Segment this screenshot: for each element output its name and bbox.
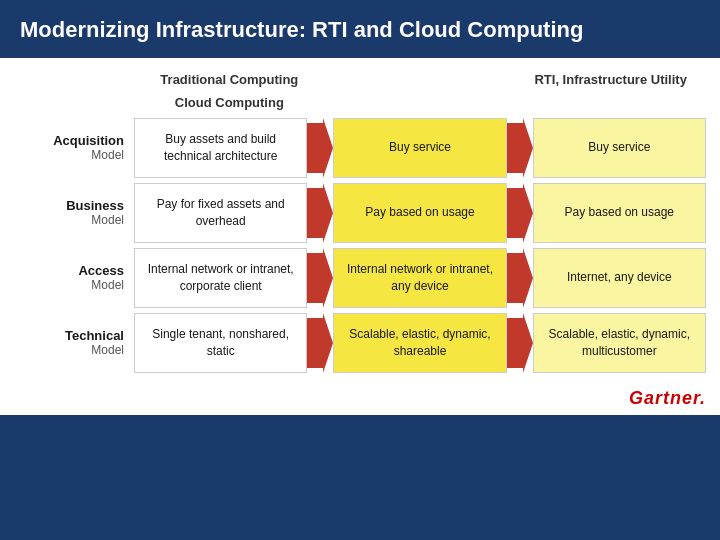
arrow-3 — [307, 183, 333, 243]
svg-marker-1 — [507, 118, 533, 178]
gartner-logo: Gartner. — [629, 388, 706, 409]
arrow-4 — [507, 183, 533, 243]
header-empty — [14, 68, 134, 91]
cell-acc-traditional: Internal network or intranet, corporate … — [134, 248, 307, 308]
svg-marker-2 — [307, 183, 333, 243]
column-headers: Traditional Computing RTI, Infrastructur… — [14, 68, 706, 114]
arrow-6 — [507, 248, 533, 308]
cell-acq-cloud: Buy service — [533, 118, 706, 178]
cell-acc-rti: Internal network or intranet, any device — [333, 248, 506, 308]
arrow-7 — [307, 313, 333, 373]
cell-acc-cloud: Internet, any device — [533, 248, 706, 308]
svg-marker-6 — [307, 313, 333, 373]
arrow-5 — [307, 248, 333, 308]
svg-marker-4 — [307, 248, 333, 308]
col-header-cloud: Cloud Computing — [134, 91, 325, 114]
cell-acq-traditional: Buy assets and build technical architect… — [134, 118, 307, 178]
cell-bus-cloud: Pay based on usage — [533, 183, 706, 243]
row-access: Access Model Internal network or intrane… — [14, 248, 706, 308]
svg-marker-3 — [507, 183, 533, 243]
svg-marker-0 — [307, 118, 333, 178]
col-header-rti: RTI, Infrastructure Utility — [515, 68, 706, 91]
cell-bus-traditional: Pay for fixed assets and overhead — [134, 183, 307, 243]
svg-marker-5 — [507, 248, 533, 308]
arrow-2 — [507, 118, 533, 178]
cell-bus-rti: Pay based on usage — [333, 183, 506, 243]
col-header-traditional: Traditional Computing — [134, 68, 325, 91]
page-wrapper: Modernizing Infrastructure: RTI and Clou… — [0, 0, 720, 415]
comparison-table: Traditional Computing RTI, Infrastructur… — [14, 68, 706, 373]
page-title: Modernizing Infrastructure: RTI and Clou… — [20, 17, 583, 42]
arrow-8 — [507, 313, 533, 373]
cell-tech-traditional: Single tenant, nonshared, static — [134, 313, 307, 373]
row-label-business: Business Model — [14, 183, 134, 243]
row-label-access: Access Model — [14, 248, 134, 308]
cell-tech-cloud: Scalable, elastic, dynamic, multicustome… — [533, 313, 706, 373]
svg-marker-7 — [507, 313, 533, 373]
cell-acq-rti: Buy service — [333, 118, 506, 178]
cell-tech-rti: Scalable, elastic, dynamic, shareable — [333, 313, 506, 373]
row-technical: Technical Model Single tenant, nonshared… — [14, 313, 706, 373]
footer: Gartner. — [0, 386, 720, 415]
row-label-technical: Technical Model — [14, 313, 134, 373]
row-business: Business Model Pay for fixed assets and … — [14, 183, 706, 243]
row-label-acquisition: Acquisition Model — [14, 118, 134, 178]
arrow-1 — [307, 118, 333, 178]
row-acquisition: Acquisition Model Buy assets and build t… — [14, 118, 706, 178]
page-header: Modernizing Infrastructure: RTI and Clou… — [0, 0, 720, 58]
main-content: Traditional Computing RTI, Infrastructur… — [0, 58, 720, 386]
